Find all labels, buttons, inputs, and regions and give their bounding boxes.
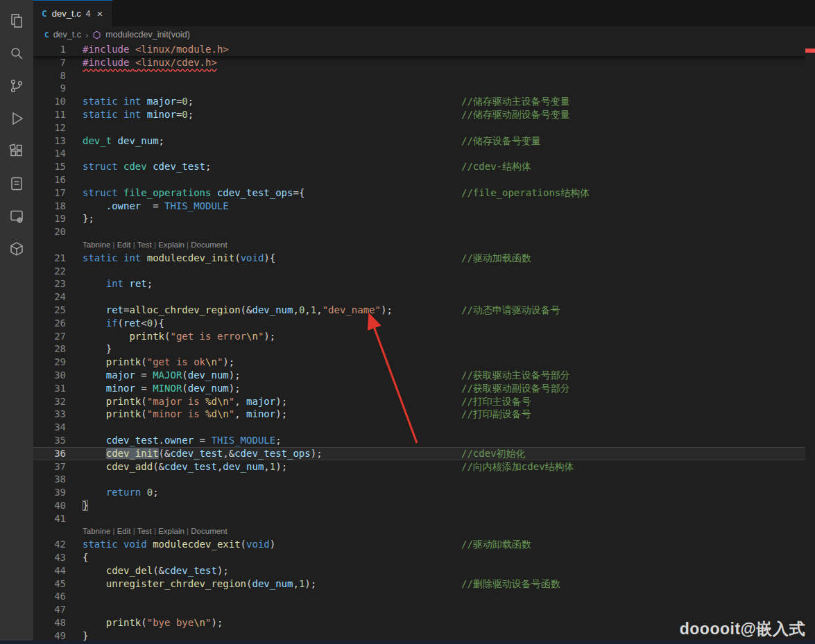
code-line: 38 xyxy=(33,473,815,486)
code-content: cdev_add(&cdev_test,dev_num,1);//向内核添加cd… xyxy=(83,460,815,473)
code-token xyxy=(118,96,123,107)
code-content xyxy=(83,69,815,82)
code-line: 47 xyxy=(33,603,815,616)
overview-ruler-scrollbar[interactable] xyxy=(805,43,815,641)
code-content xyxy=(83,147,815,160)
codelens-action[interactable]: Document xyxy=(191,527,227,535)
run-debug-icon[interactable] xyxy=(0,102,33,134)
code-token: major xyxy=(106,369,135,381)
codelens-action[interactable]: Test xyxy=(137,527,152,535)
code-token: dev_num xyxy=(252,578,293,589)
code-line: 46 xyxy=(33,590,815,603)
code-line: 32 printk("major is %d\n", major);//打印主设… xyxy=(33,395,815,408)
code-token: , xyxy=(234,408,246,419)
code-token: minor xyxy=(106,383,135,394)
code-token: }; xyxy=(83,213,94,224)
code-line: 7#include <linux/cdev.h> xyxy=(33,56,815,69)
codelens-action[interactable]: Document xyxy=(191,241,227,249)
inline-comment: //删除驱动设备号函数 xyxy=(461,577,560,591)
code-line: 42static void modulecdev_exit(void)//驱动卸… xyxy=(33,538,815,551)
code-token: ( xyxy=(141,356,146,367)
code-token xyxy=(83,331,129,342)
package-icon[interactable] xyxy=(0,232,33,265)
editor[interactable]: 1#include <linux/module.h>7#include <lin… xyxy=(33,43,815,641)
code-token: dev_num xyxy=(118,135,159,146)
code-content: cdev_init(&cdev_test,&cdev_test_ops);//c… xyxy=(83,447,815,460)
code-token: " xyxy=(229,396,234,407)
code-content: }; xyxy=(83,212,815,225)
code-token: (& xyxy=(153,565,164,576)
code-line: 45 unregister_chrdev_region(dev_num,1);/… xyxy=(33,577,815,591)
codelens-action[interactable]: Tabnine xyxy=(83,241,110,249)
code-content: minor = MINOR(dev_num);//获取驱动副设备号部分 xyxy=(83,382,815,395)
line-number: 47 xyxy=(33,603,66,616)
codelens-row: Tabnine | Edit | Test | Explain | Docume… xyxy=(33,525,815,538)
code-token: ; xyxy=(159,135,164,146)
extensions-icon[interactable] xyxy=(0,134,33,167)
line-number: 26 xyxy=(33,317,66,330)
inline-comment: //打印主设备号 xyxy=(461,395,531,408)
codelens-action[interactable]: Explain xyxy=(158,527,185,535)
code-token: ){ xyxy=(153,317,164,329)
code-token xyxy=(83,396,106,407)
code-token: = xyxy=(135,369,153,381)
code-token: 1 xyxy=(270,461,275,472)
codelens-action[interactable]: Test xyxy=(137,241,152,249)
line-number: 41 xyxy=(33,512,66,525)
editor-lines: 1#include <linux/module.h>7#include <lin… xyxy=(33,43,815,641)
code-line: 26 if(ret<0){ xyxy=(33,317,815,330)
line-number: 17 xyxy=(33,186,66,200)
tab-dev-t-c[interactable]: C dev_t.c 4 × xyxy=(33,0,113,26)
codelens-action[interactable]: Tabnine xyxy=(83,527,110,535)
code-token: #include xyxy=(83,57,129,68)
code-token: static xyxy=(83,96,118,107)
code-token: = xyxy=(194,435,211,446)
code-content: cdev_del(&cdev_test); xyxy=(83,564,815,577)
code-token: void xyxy=(241,252,264,263)
line-number xyxy=(33,238,66,252)
code-token xyxy=(83,435,106,446)
code-line: 34 xyxy=(33,421,815,434)
notebook-icon[interactable] xyxy=(0,167,33,200)
line-number: 10 xyxy=(33,95,66,108)
code-token: < xyxy=(141,317,146,329)
line-number: 13 xyxy=(33,134,66,148)
codelens-action[interactable]: Edit xyxy=(117,241,131,249)
code-token: ( xyxy=(141,396,146,407)
ai-chat-icon[interactable] xyxy=(0,200,33,232)
code-token: 0 xyxy=(147,317,153,329)
line-number: 20 xyxy=(33,225,66,238)
code-token xyxy=(211,187,216,198)
code-content xyxy=(83,173,815,186)
code-token: " xyxy=(229,408,234,419)
line-number: 11 xyxy=(33,108,66,121)
code-token xyxy=(129,57,135,68)
explorer-icon[interactable] xyxy=(0,4,33,37)
code-token: , xyxy=(293,578,298,589)
codelens-action[interactable]: Explain xyxy=(158,241,185,249)
code-token: , xyxy=(264,461,269,472)
source-control-icon[interactable] xyxy=(0,69,33,102)
search-icon[interactable] xyxy=(0,37,33,69)
line-number: 29 xyxy=(33,356,66,369)
code-token: cdev_add xyxy=(106,461,153,472)
codelens-action[interactable]: Edit xyxy=(117,527,131,535)
code-token: = xyxy=(135,383,153,394)
code-token: static xyxy=(83,252,118,263)
breadcrumb: C dev_t.c › modulecdev_init(void) xyxy=(33,26,815,43)
breadcrumb-file[interactable]: dev_t.c xyxy=(53,30,81,40)
code-token: file_operations xyxy=(123,187,211,198)
line-number: 14 xyxy=(33,147,66,160)
line-number: 25 xyxy=(33,304,66,317)
code-token: (& xyxy=(153,461,164,472)
code-token: dev_t xyxy=(83,135,112,146)
line-number: 28 xyxy=(33,342,66,356)
code-content: return 0; xyxy=(83,486,815,499)
code-line: 12 xyxy=(33,121,815,134)
codelens-separator: | xyxy=(131,241,137,249)
code-token xyxy=(83,565,106,576)
inline-comment: //cdev-结构体 xyxy=(461,160,531,173)
close-icon[interactable]: × xyxy=(95,8,104,19)
code-token xyxy=(129,44,135,55)
breadcrumb-symbol[interactable]: modulecdev_init(void) xyxy=(105,30,190,40)
